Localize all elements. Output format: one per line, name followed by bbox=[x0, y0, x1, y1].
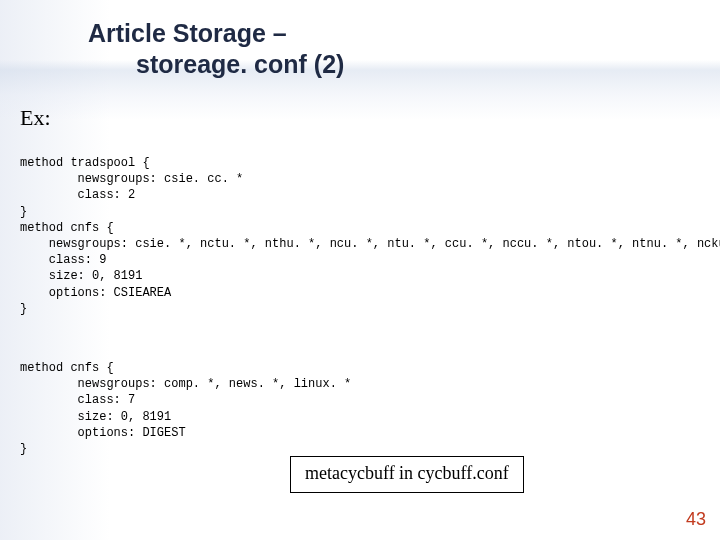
code-block-1: method tradspool { newsgroups: csie. cc.… bbox=[20, 155, 720, 317]
code-block-2: method cnfs { newsgroups: comp. *, news.… bbox=[20, 360, 351, 457]
callout-box: metacycbuff in cycbuff.conf bbox=[290, 456, 524, 493]
slide-title: Article Storage – storeage. conf (2) bbox=[88, 18, 344, 81]
page-number: 43 bbox=[686, 509, 706, 530]
title-line-1: Article Storage – bbox=[88, 19, 287, 47]
slide: Article Storage – storeage. conf (2) Ex:… bbox=[0, 0, 720, 540]
title-line-2: storeage. conf (2) bbox=[88, 49, 344, 80]
example-label: Ex: bbox=[20, 105, 51, 131]
